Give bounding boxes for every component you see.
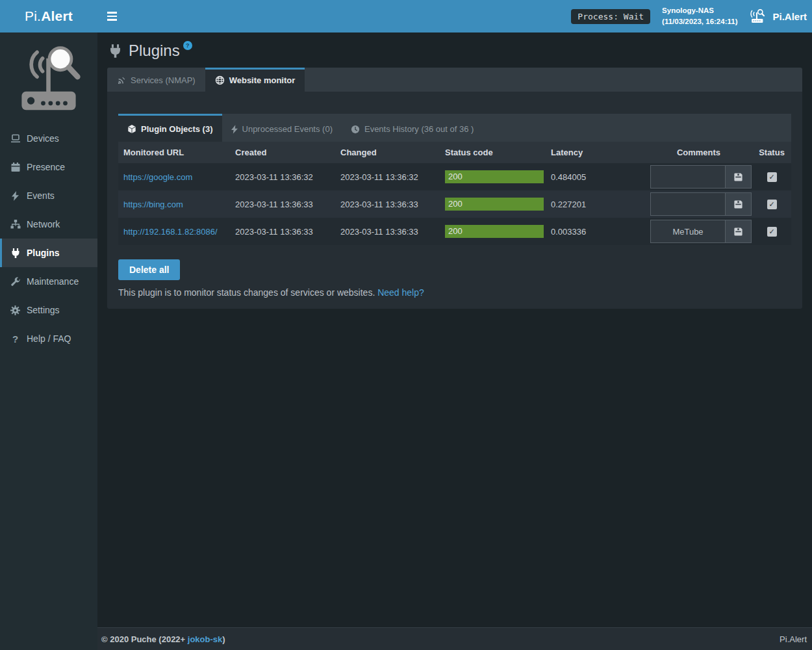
tab-label: Unprocessed Events (0) [242,124,333,135]
jokob-sk-link[interactable]: jokob-sk [188,634,222,644]
sidebar-item-settings[interactable]: Settings [0,296,97,324]
globe-icon [215,75,225,85]
comment-input[interactable] [651,193,725,215]
tab-website-monitor[interactable]: Website monitor [205,68,305,92]
tab-unprocessed-events[interactable]: Unprocessed Events (0) [222,114,342,142]
sidebar-item-network[interactable]: Network [0,210,97,239]
col-created: Created [230,142,335,163]
monitored-url-link[interactable]: http://192.168.1.82:8086/ [123,227,218,237]
calendar-icon [10,162,21,172]
delete-all-button[interactable]: Delete all [118,259,180,280]
copyright-suffix: ) [222,634,225,644]
monitored-url-link[interactable]: https://bing.com [123,200,183,209]
col-monitored-url: Monitored URL [118,142,230,163]
sidebar-item-maintenance[interactable]: Maintenance [0,267,97,296]
tab-events-history[interactable]: Events History (36 out of 36 ) [342,114,483,142]
laptop-icon [10,133,21,144]
sidebar-item-label: Network [27,219,60,229]
sidebar-logo [0,32,97,120]
footer: © 2020 Puche (2022+ jokob-sk) Pi.Alert [97,627,812,650]
process-status-badge: Process: Wait [571,9,650,24]
navbar-right: Process: Wait Synology-NAS (11/03/2023, … [571,5,812,27]
comment-input-group [650,165,752,188]
help-badge[interactable]: ? [183,41,192,50]
signal-icon [117,76,126,85]
tab-services-nmap[interactable]: Services (NMAP) [107,68,205,92]
plugin-tabs: Services (NMAP) Website monitor [107,68,802,92]
status-code-bar: 200 [445,225,544,238]
col-latency: Latency [546,142,645,163]
cube-icon [127,124,136,134]
content-area: Plugins ? Services (NMAP) Website monito… [97,32,812,627]
changed-cell: 2023-03-11 13:36:33 [335,190,440,218]
monitored-url-link[interactable]: https://google.com [123,172,192,182]
app-chip: Pi.Alert [749,8,807,25]
sidebar-item-label: Help / FAQ [27,333,71,344]
navbar: Process: Wait Synology-NAS (11/03/2023, … [97,0,812,32]
status-checkbox[interactable]: ✓ [767,172,777,182]
bolt-icon [10,190,21,201]
sidebar-item-events[interactable]: Events [0,181,97,210]
floppy-save-icon [733,172,743,182]
host-timestamp: (11/03/2023, 16:24:11) [662,16,737,27]
sidebar-item-label: Maintenance [27,276,79,287]
sidebar-item-label: Presence [27,162,65,172]
save-comment-button[interactable] [725,193,751,215]
host-name: Synology-NAS [662,5,737,16]
save-comment-button[interactable] [725,220,751,242]
sidebar-item-label: Devices [27,133,59,144]
brand-prefix: Pi. [25,8,41,24]
created-cell: 2023-03-11 13:36:32 [230,163,335,190]
comment-input-group [650,192,752,216]
sidebar-item-devices[interactable]: Devices [0,124,97,153]
footer-app-name: Pi.Alert [780,634,807,644]
copyright: © 2020 Puche (2022+ jokob-sk) [101,634,225,644]
router-search-icon [749,8,767,25]
sidebar-toggle-button[interactable] [97,0,126,32]
website-monitor-panel: Plugin Objects (3) Unprocessed Events (0… [107,92,802,309]
col-changed: Changed [335,142,440,163]
clock-icon [351,125,360,134]
sidebar-item-presence[interactable]: Presence [0,153,97,181]
plug-icon [10,248,21,258]
top-navbar: Pi.Alert Process: Wait Synology-NAS (11/… [0,0,812,32]
save-comment-button[interactable] [725,166,751,188]
col-status-code: Status code [440,142,546,163]
brand-logo[interactable]: Pi.Alert [0,0,97,32]
comment-input[interactable] [651,166,725,188]
tab-label: Services (NMAP) [131,75,196,86]
status-code-bar: 200 [445,198,544,211]
sidebar: Devices Presence Events Network Plugins [0,32,97,650]
floppy-save-icon [733,227,743,237]
changed-cell: 2023-03-11 13:36:33 [335,218,440,245]
tab-plugin-objects[interactable]: Plugin Objects (3) [118,114,222,142]
plugin-section-tabs: Plugin Objects (3) Unprocessed Events (0… [118,114,791,142]
status-checkbox[interactable]: ✓ [767,200,777,209]
changed-cell: 2023-03-11 13:36:32 [335,163,440,190]
need-help-link[interactable]: Need help? [377,287,424,298]
menu-icon [107,12,117,14]
gear-icon [10,305,21,315]
page-title: Plugins ? [109,42,802,59]
table-row: https://bing.com 2023-03-11 13:36:33 202… [118,190,791,218]
comment-input[interactable] [651,220,725,242]
app-name: Pi.Alert [772,11,807,22]
sidebar-item-plugins[interactable]: Plugins [0,239,97,267]
plugin-description: This plugin is to monitor status changes… [118,287,791,298]
status-checkbox[interactable]: ✓ [767,227,777,237]
tab-label: Website monitor [229,75,296,86]
router-search-logo [15,42,82,115]
status-code-bar: 200 [445,170,544,183]
created-cell: 2023-03-11 13:36:33 [230,190,335,218]
latency-cell: 0.484005 [546,163,645,190]
created-cell: 2023-03-11 13:36:33 [230,218,335,245]
table-row: http://192.168.1.82:8086/ 2023-03-11 13:… [118,218,791,245]
sidebar-item-help-faq[interactable]: ? Help / FAQ [0,324,97,353]
col-status: Status [752,142,791,163]
comment-input-group [650,220,752,243]
col-comments: Comments [645,142,752,163]
host-info: Synology-NAS (11/03/2023, 16:24:11) [662,5,737,27]
sidebar-menu: Devices Presence Events Network Plugins [0,124,97,353]
tab-label: Plugin Objects (3) [141,124,213,135]
page-title-text: Plugins [129,42,180,59]
